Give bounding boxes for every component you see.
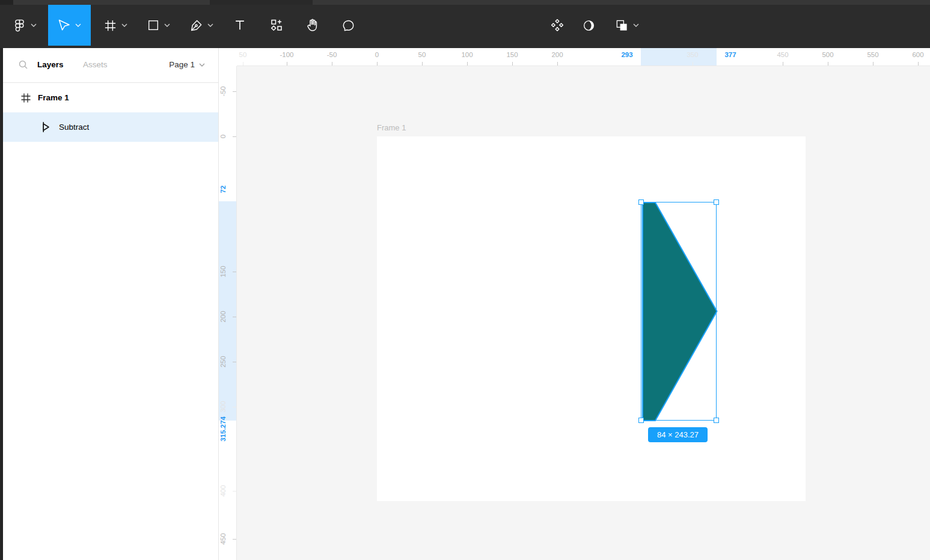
- main-menu-button[interactable]: [7, 5, 42, 46]
- use-as-mask-button[interactable]: [575, 5, 602, 46]
- chevron-down-icon: [121, 23, 127, 27]
- resources-shapes-icon: [269, 18, 284, 32]
- hand-icon: [305, 18, 320, 32]
- boolean-squares-icon: [615, 19, 629, 32]
- comment-tool-button[interactable]: [334, 5, 362, 46]
- h-ruler-label: 150: [493, 51, 531, 58]
- canvas-viewport[interactable]: Frame 1 84 × 243.27: [237, 66, 930, 560]
- h-ruler-label: 50: [403, 51, 441, 58]
- horizontal-ruler[interactable]: 50-100-500501001502002933503774505005506…: [219, 48, 930, 66]
- window-left-edge: [0, 48, 3, 560]
- panel-header: Layers Assets Page 1: [3, 48, 218, 83]
- v-ruler-tick: [233, 491, 236, 492]
- h-ruler-label: 600: [899, 51, 930, 58]
- layer-name: Subtract: [59, 123, 89, 132]
- h-ruler-tick: [377, 62, 378, 65]
- v-ruler-label: -50: [219, 76, 227, 106]
- tab-layers[interactable]: Layers: [37, 60, 64, 69]
- subtract-shape-icon: [43, 121, 50, 133]
- text-tool-button[interactable]: [227, 5, 252, 46]
- h-ruler-label: 377: [711, 51, 750, 58]
- chevron-down-icon: [164, 23, 170, 27]
- create-component-button[interactable]: [544, 5, 571, 46]
- chevron-down-icon: [31, 23, 37, 27]
- frame-tool-button[interactable]: [98, 5, 133, 46]
- mask-crescent-icon: [582, 19, 596, 32]
- hand-tool-button[interactable]: [299, 5, 326, 46]
- component-diamonds-icon: [550, 18, 564, 32]
- h-ruler-label: 100: [448, 51, 486, 58]
- pen-icon: [189, 19, 203, 32]
- h-ruler-tick: [467, 62, 468, 65]
- h-ruler-label: -100: [268, 51, 306, 58]
- h-ruler-tick: [557, 62, 558, 65]
- v-ruler-label: 315.274: [219, 414, 227, 444]
- h-ruler-label: 500: [809, 51, 847, 58]
- h-ruler-tick: [512, 62, 513, 65]
- h-ruler-label: 550: [854, 51, 892, 58]
- frame-grid-icon: [20, 93, 31, 103]
- v-ruler-tick: [233, 362, 236, 362]
- selection-size-badge: 84 × 243.27: [648, 427, 708, 442]
- selection-bounding-box: [641, 202, 717, 421]
- resize-handle-se[interactable]: [714, 418, 719, 423]
- toolbar: [0, 0, 930, 48]
- resize-handle-ne[interactable]: [714, 199, 719, 205]
- frame-title-label[interactable]: Frame 1: [377, 123, 406, 132]
- h-ruler-label: 0: [358, 51, 396, 58]
- v-ruler-tick: [233, 317, 236, 317]
- h-ruler-label: 350: [673, 51, 712, 58]
- h-ruler-tick: [693, 62, 693, 65]
- page-selector-label: Page 1: [169, 60, 195, 69]
- text-icon: [233, 19, 246, 32]
- ruler-corner: [219, 48, 237, 66]
- h-ruler-tick: [243, 62, 243, 65]
- v-ruler-label: 200: [219, 302, 227, 332]
- v-ruler-tick: [233, 539, 236, 540]
- h-ruler-label: 450: [763, 51, 802, 58]
- rectangle-icon: [147, 19, 160, 32]
- v-ruler-tick: [233, 272, 236, 272]
- v-ruler-tick: [233, 407, 236, 407]
- top-strip-segment: [0, 0, 13, 5]
- h-ruler-tick: [918, 62, 919, 65]
- v-ruler-label: 72: [219, 174, 227, 204]
- layer-row-frame-1[interactable]: Frame 1: [3, 83, 218, 112]
- chevron-down-icon: [75, 23, 81, 27]
- h-ruler-label: -50: [313, 51, 351, 58]
- frame-grid-icon: [103, 19, 117, 32]
- v-ruler-label: 0: [219, 121, 227, 151]
- top-strip-segment: [210, 0, 313, 5]
- v-ruler-label: 150: [219, 257, 227, 287]
- h-ruler-label: 200: [538, 51, 577, 58]
- move-tool-button[interactable]: [48, 5, 91, 46]
- h-ruler-tick: [783, 62, 783, 65]
- resize-handle-sw[interactable]: [638, 418, 644, 423]
- shape-tool-button[interactable]: [141, 5, 176, 46]
- tab-assets[interactable]: Assets: [83, 60, 108, 69]
- window-top-strip: [0, 0, 930, 5]
- layers-panel: Layers Assets Page 1 Frame 1 Subtract: [3, 48, 219, 560]
- v-ruler-label: 400: [219, 476, 227, 506]
- resize-handle-nw[interactable]: [638, 199, 644, 205]
- h-ruler-tick: [873, 62, 873, 65]
- v-ruler-tick: [233, 91, 236, 92]
- v-ruler-label: 250: [219, 347, 227, 377]
- chevron-down-icon: [199, 63, 205, 67]
- boolean-operations-dropdown[interactable]: [609, 5, 645, 46]
- resources-tool-button[interactable]: [263, 5, 290, 46]
- chevron-down-icon: [633, 23, 639, 27]
- pen-tool-button[interactable]: [183, 5, 219, 46]
- v-ruler-label: 450: [219, 524, 227, 554]
- comment-bubble-icon: [341, 19, 355, 32]
- layer-row-subtract[interactable]: Subtract: [3, 112, 218, 142]
- h-ruler-tick: [422, 62, 423, 65]
- search-icon[interactable]: [18, 59, 29, 70]
- frame-1-object[interactable]: [377, 136, 806, 501]
- h-ruler-tick: [287, 62, 287, 65]
- vertical-ruler[interactable]: -50072150200250300315.274400450: [219, 48, 237, 560]
- page-selector[interactable]: Page 1: [169, 60, 205, 69]
- h-ruler-tick: [332, 62, 332, 65]
- move-cursor-icon: [58, 19, 71, 32]
- layer-name: Frame 1: [38, 93, 69, 102]
